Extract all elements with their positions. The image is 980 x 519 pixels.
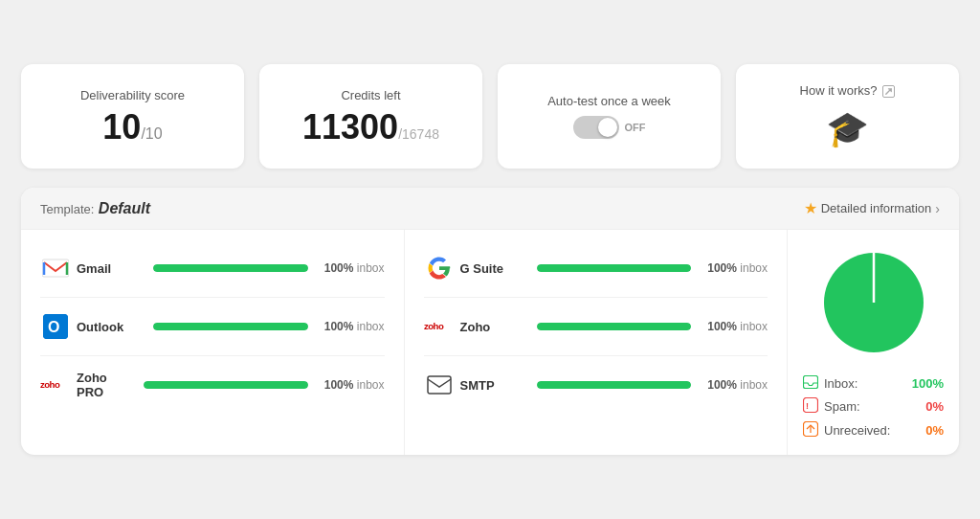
gsuite-inbox-label: 100% inbox bbox=[701, 261, 768, 275]
autotest-card: Auto-test once a week OFF bbox=[498, 64, 721, 169]
zoho-inbox-label: 100% inbox bbox=[701, 320, 768, 333]
outlook-fill bbox=[153, 323, 308, 330]
deliverability-title: Deliverability score bbox=[80, 88, 185, 102]
smtp-inbox-label: 100% inbox bbox=[701, 378, 768, 392]
outlook-progress-bar bbox=[153, 323, 308, 330]
legend-unreceived: Unreceived: 0% bbox=[803, 421, 944, 440]
svg-text:zoho: zoho bbox=[40, 379, 60, 390]
zoho-pro-fill bbox=[144, 381, 308, 389]
zoho-fill bbox=[537, 323, 692, 330]
client-row-gsuite: G Suite 100% inbox bbox=[424, 239, 768, 298]
autotest-title: Auto-test once a week bbox=[547, 94, 671, 108]
autotest-toggle-wrap[interactable]: OFF bbox=[573, 116, 646, 139]
credits-value: 11300/16748 bbox=[302, 110, 439, 145]
gsuite-logo bbox=[424, 253, 455, 283]
outlook-logo: O bbox=[40, 311, 71, 342]
spam-legend-label: Spam: bbox=[824, 399, 860, 414]
toggle-knob bbox=[598, 118, 617, 137]
gmail-progress-bar bbox=[153, 264, 308, 272]
chart-section: Inbox: 100% ! bbox=[787, 230, 959, 455]
main-panel: Template: Default ★ Detailed information… bbox=[21, 188, 959, 455]
spam-pct: 0% bbox=[925, 399, 944, 414]
inbox-pct: 100% bbox=[912, 376, 944, 391]
svg-text:!: ! bbox=[806, 401, 809, 411]
zoho-pro-progress-bar bbox=[144, 381, 308, 389]
spam-icon: ! bbox=[803, 397, 818, 416]
autotest-toggle[interactable] bbox=[573, 116, 619, 139]
donut-chart bbox=[816, 245, 931, 360]
gmail-fill bbox=[153, 264, 308, 272]
svg-text:O: O bbox=[48, 319, 59, 335]
external-link-icon bbox=[882, 85, 895, 98]
svg-rect-8 bbox=[428, 376, 451, 394]
zoho-label: Zoho bbox=[460, 320, 527, 334]
chevron-right-icon: › bbox=[935, 201, 940, 216]
credits-title: Credits left bbox=[341, 88, 400, 102]
zoho-progress-bar bbox=[537, 323, 692, 330]
clients-right-column: G Suite 100% inbox zoho bbox=[405, 230, 788, 455]
panel-content: Gmail 100% inbox bbox=[21, 230, 959, 455]
outlook-label: Outlook bbox=[77, 320, 144, 334]
main-container: Deliverability score 10/10 Credits left … bbox=[21, 64, 959, 455]
svg-text:zoho: zoho bbox=[424, 321, 444, 331]
gsuite-label: G Suite bbox=[460, 261, 527, 276]
smtp-label: SMTP bbox=[460, 378, 527, 393]
gmail-logo bbox=[40, 253, 71, 283]
gmail-inbox-label: 100% inbox bbox=[318, 261, 385, 275]
clients-columns: Gmail 100% inbox bbox=[21, 230, 787, 455]
how-it-works-card[interactable]: How it works? 🎓 bbox=[736, 64, 959, 169]
unreceived-legend-label: Unreceived: bbox=[824, 423, 890, 438]
client-row-zoho-pro: zoho Zoho PRO 100% inbox bbox=[40, 356, 385, 414]
clients-left-column: Gmail 100% inbox bbox=[21, 230, 405, 455]
graduation-cap-icon: 🎓 bbox=[826, 109, 869, 149]
gsuite-fill bbox=[537, 264, 692, 272]
gmail-label: Gmail bbox=[77, 261, 144, 276]
unreceived-pct: 0% bbox=[925, 423, 944, 438]
chart-legend: Inbox: 100% ! bbox=[803, 375, 944, 440]
unreceived-icon bbox=[803, 421, 818, 440]
legend-spam: ! Spam: 0% bbox=[803, 397, 944, 416]
client-row-zoho: zoho Zoho 100% inbox bbox=[424, 298, 768, 356]
deliverability-value: 10/10 bbox=[102, 110, 162, 145]
top-cards-row: Deliverability score 10/10 Credits left … bbox=[21, 64, 959, 169]
svg-rect-11 bbox=[804, 376, 818, 389]
smtp-logo bbox=[424, 370, 455, 400]
outlook-inbox-label: 100% inbox bbox=[318, 320, 385, 333]
detailed-information-link[interactable]: ★ Detailed information › bbox=[804, 199, 940, 217]
toggle-label: OFF bbox=[625, 122, 646, 133]
smtp-fill bbox=[537, 381, 692, 389]
client-row-smtp: SMTP 100% inbox bbox=[424, 356, 768, 414]
zoho-logo: zoho bbox=[424, 311, 455, 342]
zoho-pro-label: Zoho PRO bbox=[77, 371, 134, 399]
client-row-gmail: Gmail 100% inbox bbox=[40, 239, 385, 298]
zoho-pro-logo: zoho bbox=[40, 370, 71, 400]
gsuite-progress-bar bbox=[537, 264, 692, 272]
template-label: Template: Default bbox=[40, 200, 150, 217]
deliverability-card: Deliverability score 10/10 bbox=[21, 64, 244, 169]
panel-header: Template: Default ★ Detailed information… bbox=[21, 188, 959, 230]
smtp-progress-bar bbox=[537, 381, 692, 389]
credits-card: Credits left 11300/16748 bbox=[259, 64, 482, 169]
how-it-works-title: How it works? bbox=[800, 83, 896, 98]
inbox-legend-label: Inbox: bbox=[824, 376, 858, 391]
legend-inbox: Inbox: 100% bbox=[803, 375, 944, 392]
inbox-icon bbox=[803, 375, 818, 392]
star-icon: ★ bbox=[804, 199, 817, 217]
client-row-outlook: O Outlook 100% inbox bbox=[40, 298, 385, 356]
zoho-pro-inbox-label: 100% inbox bbox=[318, 378, 385, 392]
